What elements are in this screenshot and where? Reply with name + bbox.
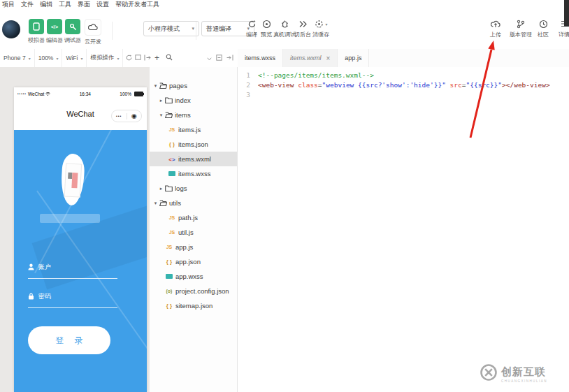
rotate-icon[interactable]: [126, 55, 132, 62]
menu-item[interactable]: 文件: [21, 0, 34, 9]
network-dropdown[interactable]: WiFi ▾: [62, 49, 87, 67]
inspector-icon: [68, 22, 78, 31]
hide-panel-icon[interactable]: [226, 54, 233, 62]
tree-item-items[interactable]: ▾items: [150, 108, 237, 122]
background-icon: [298, 19, 308, 29]
editor-icon: </>: [51, 24, 58, 29]
tree-item-util.js[interactable]: JSutil.js: [150, 225, 237, 240]
chevron-down-icon: ▾: [56, 56, 58, 61]
file-label: util.js: [178, 228, 194, 236]
avatar: [60, 153, 85, 206]
mode-dropdown[interactable]: 小程序模式 ▾: [143, 21, 199, 36]
menu-item[interactable]: 项目: [2, 0, 15, 9]
upload-button[interactable]: 上传: [487, 19, 505, 38]
tab-label: app.js: [345, 55, 361, 61]
community-icon: [538, 19, 548, 29]
chevron-down-icon: ▾: [80, 56, 82, 61]
file-explorer: ▾pages▸index▾itemsJSitems.js{ }items.jso…: [150, 67, 238, 392]
device-dropdown[interactable]: Phone 7 ▾: [0, 49, 35, 67]
account-label: 账户: [38, 263, 51, 272]
caret-right-icon[interactable]: ▸: [158, 186, 164, 191]
clear-cache-button[interactable]: ▾ 清缓存: [310, 19, 331, 38]
carrier-label: WeChat: [28, 92, 44, 96]
chevron-down-icon: ▾: [117, 56, 119, 61]
tree-item-sitemap.json[interactable]: { }sitemap.json: [150, 298, 237, 313]
menu-item[interactable]: 设置: [96, 0, 109, 9]
tree-item-index[interactable]: ▸index: [150, 93, 237, 108]
simulate-action-dropdown[interactable]: 模拟操作 ▾: [87, 49, 123, 67]
caret-down-icon[interactable]: ▾: [152, 201, 159, 206]
search-icon[interactable]: [166, 54, 173, 62]
tree-item-logs[interactable]: ▸logs: [150, 181, 237, 196]
tree-item-items.json[interactable]: { }items.json: [150, 137, 237, 152]
menu-item[interactable]: 工具: [59, 0, 71, 9]
tree-item-app.json[interactable]: { }app.json: [150, 254, 237, 269]
simulator-toggle-button[interactable]: 模拟器: [27, 19, 45, 44]
lock-icon: [28, 293, 34, 301]
collapse-all-icon[interactable]: [216, 54, 222, 62]
capsule-buttons[interactable]: ••• ◉: [111, 110, 142, 122]
code-line: 1<!--pages/items/items.wxml-->: [238, 71, 569, 80]
button-label: 社区: [538, 31, 549, 38]
more-icon[interactable]: •••: [112, 114, 127, 118]
cloud-dev-button[interactable]: 云开发: [82, 19, 103, 45]
menu-item[interactable]: 编辑: [40, 0, 52, 9]
caret-down-icon[interactable]: ▾: [158, 112, 164, 118]
json-icon: { }: [165, 303, 173, 309]
tree-item-project.config.json[interactable]: (o)project.config.json: [150, 284, 237, 298]
scale-dropdown[interactable]: 100% ▾: [35, 49, 63, 67]
new-file-icon[interactable]: +: [154, 53, 159, 63]
json-icon: { }: [165, 259, 173, 265]
wechat-devtools-window: 项目文件编辑工具界面设置帮助开发者工具 模拟器 </> 编辑器 调试器 云开发 …: [0, 0, 569, 392]
line-number: 1: [238, 71, 250, 80]
user-icon: [28, 263, 34, 272]
scale-value: 100%: [38, 55, 54, 61]
sub-toolbar: Phone 7 ▾ 100% ▾ WiFi ▾ 模拟操作 ▾: [0, 49, 569, 68]
tab-items.wxml[interactable]: items.wxml×: [283, 49, 338, 67]
menu-item[interactable]: 帮助开发者工具: [115, 0, 159, 9]
tab-items.wxss[interactable]: items.wxss: [238, 49, 283, 67]
editor-toggle-button[interactable]: </> 编辑器: [45, 19, 64, 44]
tree-item-path.js[interactable]: JSpath.js: [150, 210, 237, 225]
caret-down-icon[interactable]: ▾: [152, 83, 159, 89]
user-avatar[interactable]: [2, 20, 20, 38]
compile-dropdown-value: 普通编译: [206, 24, 231, 34]
switch-background-button[interactable]: 切后台: [293, 19, 312, 38]
tree-item-utils[interactable]: ▾utils: [150, 196, 237, 210]
editor-tabs: items.wxssitems.wxml×app.js: [238, 49, 569, 67]
close-capsule-icon[interactable]: ◉: [127, 111, 142, 121]
community-button[interactable]: 社区: [534, 19, 552, 38]
inspector-toggle-button[interactable]: 调试器: [64, 19, 82, 44]
tree-item-items.js[interactable]: JSitems.js: [150, 122, 237, 137]
wxss-icon: [165, 274, 173, 279]
status-time: 16:34: [80, 92, 91, 96]
js-icon: JS: [168, 230, 176, 235]
chevron-down-icon: ▾: [325, 22, 327, 27]
file-label: pages: [169, 82, 187, 89]
close-icon[interactable]: ×: [326, 55, 331, 62]
upload-icon: [491, 19, 500, 29]
file-tree: ▾pages▸index▾itemsJSitems.js{ }items.jso…: [150, 78, 237, 313]
login-button[interactable]: 登 录: [28, 326, 110, 354]
clear-cache-icon: [314, 19, 324, 29]
tree-item-items.wxml[interactable]: <>items.wxml: [150, 152, 237, 166]
tree-item-app.wxss[interactable]: app.wxss: [150, 269, 237, 284]
button-label: 云开发: [85, 38, 101, 45]
caret-right-icon[interactable]: ▸: [158, 98, 164, 103]
tree-item-app.js[interactable]: JSapp.js: [150, 240, 237, 254]
tree-item-items.wxss[interactable]: items.wxss: [150, 166, 237, 181]
main-body: ••••• WeChat 16:34 100% WeChat •••: [0, 67, 569, 392]
account-field[interactable]: 账户: [28, 263, 117, 279]
code-editor[interactable]: 1<!--pages/items/items.wxml-->2<web-view…: [238, 67, 569, 392]
phone-simulator[interactable]: ••••• WeChat 16:34 100% WeChat •••: [14, 87, 147, 392]
password-field[interactable]: 密码: [28, 292, 117, 308]
version-management-button[interactable]: 版本管理: [509, 19, 533, 38]
tree-item-pages[interactable]: ▾pages: [150, 78, 237, 93]
folder-icon: [164, 97, 173, 103]
screenshot-icon[interactable]: [135, 55, 141, 61]
battery-icon: [134, 92, 143, 96]
chevron-down-icon[interactable]: [207, 54, 212, 62]
window-scrollbar[interactable]: [564, 0, 569, 27]
menu-item[interactable]: 界面: [78, 0, 90, 9]
tab-app.js[interactable]: app.js: [338, 49, 369, 67]
